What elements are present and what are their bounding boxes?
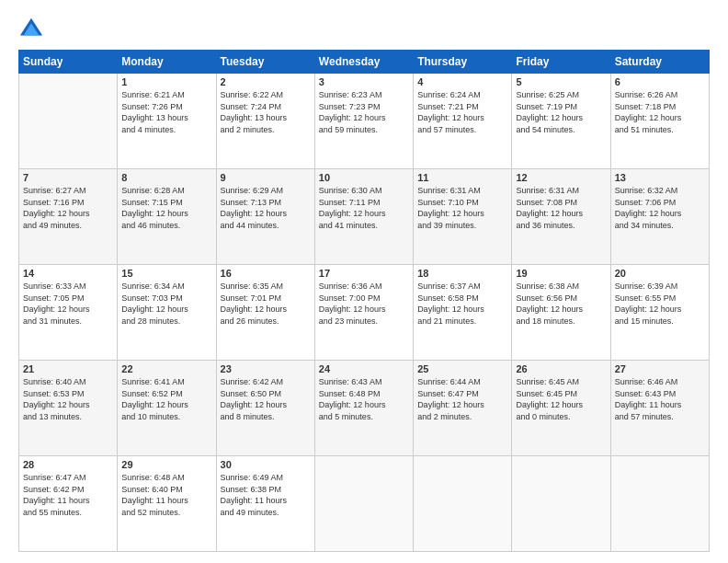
day-info: Sunrise: 6:30 AM Sunset: 7:11 PM Dayligh…: [319, 185, 409, 231]
day-number: 21: [23, 363, 113, 374]
day-info: Sunrise: 6:44 AM Sunset: 6:47 PM Dayligh…: [417, 376, 507, 422]
day-info: Sunrise: 6:37 AM Sunset: 6:58 PM Dayligh…: [417, 281, 507, 327]
day-info: Sunrise: 6:29 AM Sunset: 7:13 PM Dayligh…: [221, 185, 311, 231]
calendar-cell: 5Sunrise: 6:25 AM Sunset: 7:19 PM Daylig…: [512, 74, 610, 169]
day-number: 17: [319, 268, 409, 279]
day-number: 10: [319, 172, 409, 183]
calendar-cell: 15Sunrise: 6:34 AM Sunset: 7:03 PM Dayli…: [118, 265, 216, 361]
calendar-cell: 24Sunrise: 6:43 AM Sunset: 6:48 PM Dayli…: [314, 361, 413, 456]
day-number: 6: [615, 76, 705, 87]
day-number: 20: [615, 268, 705, 279]
week-row-5: 28Sunrise: 6:47 AM Sunset: 6:42 PM Dayli…: [19, 456, 710, 552]
calendar-cell: 7Sunrise: 6:27 AM Sunset: 7:16 PM Daylig…: [19, 169, 118, 265]
weekday-header-wednesday: Wednesday: [314, 51, 413, 74]
calendar-cell: [414, 456, 512, 552]
day-info: Sunrise: 6:39 AM Sunset: 6:55 PM Dayligh…: [615, 281, 705, 327]
day-number: 15: [121, 268, 211, 279]
calendar-cell: 9Sunrise: 6:29 AM Sunset: 7:13 PM Daylig…: [216, 169, 314, 265]
day-info: Sunrise: 6:26 AM Sunset: 7:18 PM Dayligh…: [615, 89, 705, 135]
day-info: Sunrise: 6:38 AM Sunset: 6:56 PM Dayligh…: [516, 281, 606, 327]
day-number: 28: [23, 459, 113, 470]
calendar-cell: 28Sunrise: 6:47 AM Sunset: 6:42 PM Dayli…: [19, 456, 118, 552]
weekday-header-saturday: Saturday: [610, 51, 709, 74]
logo: [18, 15, 48, 40]
day-info: Sunrise: 6:42 AM Sunset: 6:50 PM Dayligh…: [221, 376, 311, 422]
day-info: Sunrise: 6:47 AM Sunset: 6:42 PM Dayligh…: [23, 472, 113, 518]
day-number: 19: [516, 268, 606, 279]
day-number: 16: [221, 268, 311, 279]
calendar-cell: 11Sunrise: 6:31 AM Sunset: 7:10 PM Dayli…: [414, 169, 512, 265]
calendar-cell: 25Sunrise: 6:44 AM Sunset: 6:47 PM Dayli…: [414, 361, 512, 456]
calendar-cell: 6Sunrise: 6:26 AM Sunset: 7:18 PM Daylig…: [610, 74, 709, 169]
day-info: Sunrise: 6:24 AM Sunset: 7:21 PM Dayligh…: [417, 89, 507, 135]
calendar-cell: 30Sunrise: 6:49 AM Sunset: 6:38 PM Dayli…: [216, 456, 314, 552]
day-info: Sunrise: 6:48 AM Sunset: 6:40 PM Dayligh…: [121, 472, 211, 518]
day-info: Sunrise: 6:43 AM Sunset: 6:48 PM Dayligh…: [319, 376, 409, 422]
day-info: Sunrise: 6:31 AM Sunset: 7:10 PM Dayligh…: [417, 185, 507, 231]
calendar-cell: 18Sunrise: 6:37 AM Sunset: 6:58 PM Dayli…: [414, 265, 512, 361]
day-number: 30: [221, 459, 311, 470]
day-info: Sunrise: 6:21 AM Sunset: 7:26 PM Dayligh…: [121, 89, 211, 135]
day-info: Sunrise: 6:31 AM Sunset: 7:08 PM Dayligh…: [516, 185, 606, 231]
calendar-cell: [610, 456, 709, 552]
calendar-cell: 23Sunrise: 6:42 AM Sunset: 6:50 PM Dayli…: [216, 361, 314, 456]
day-number: 13: [615, 172, 705, 183]
day-info: Sunrise: 6:34 AM Sunset: 7:03 PM Dayligh…: [121, 281, 211, 327]
calendar-cell: 2Sunrise: 6:22 AM Sunset: 7:24 PM Daylig…: [216, 74, 314, 169]
day-info: Sunrise: 6:45 AM Sunset: 6:45 PM Dayligh…: [516, 376, 606, 422]
calendar-cell: 12Sunrise: 6:31 AM Sunset: 7:08 PM Dayli…: [512, 169, 610, 265]
week-row-3: 14Sunrise: 6:33 AM Sunset: 7:05 PM Dayli…: [19, 265, 710, 361]
day-info: Sunrise: 6:41 AM Sunset: 6:52 PM Dayligh…: [121, 376, 211, 422]
day-number: 9: [221, 172, 311, 183]
week-row-2: 7Sunrise: 6:27 AM Sunset: 7:16 PM Daylig…: [19, 169, 710, 265]
calendar-table: SundayMondayTuesdayWednesdayThursdayFrid…: [18, 50, 710, 552]
day-number: 1: [121, 76, 211, 87]
day-number: 26: [516, 363, 606, 374]
calendar-cell: 13Sunrise: 6:32 AM Sunset: 7:06 PM Dayli…: [610, 169, 709, 265]
day-info: Sunrise: 6:22 AM Sunset: 7:24 PM Dayligh…: [221, 89, 311, 135]
calendar-cell: 8Sunrise: 6:28 AM Sunset: 7:15 PM Daylig…: [118, 169, 216, 265]
page-header: [18, 15, 710, 40]
calendar-cell: 14Sunrise: 6:33 AM Sunset: 7:05 PM Dayli…: [19, 265, 118, 361]
weekday-header-sunday: Sunday: [19, 51, 118, 74]
calendar-cell: 4Sunrise: 6:24 AM Sunset: 7:21 PM Daylig…: [414, 74, 512, 169]
calendar-cell: [19, 74, 118, 169]
day-number: 24: [319, 363, 409, 374]
day-info: Sunrise: 6:36 AM Sunset: 7:00 PM Dayligh…: [319, 281, 409, 327]
day-number: 12: [516, 172, 606, 183]
day-number: 29: [121, 459, 211, 470]
day-info: Sunrise: 6:46 AM Sunset: 6:43 PM Dayligh…: [615, 376, 705, 422]
calendar-cell: 1Sunrise: 6:21 AM Sunset: 7:26 PM Daylig…: [118, 74, 216, 169]
calendar-cell: 21Sunrise: 6:40 AM Sunset: 6:53 PM Dayli…: [19, 361, 118, 456]
calendar-cell: 16Sunrise: 6:35 AM Sunset: 7:01 PM Dayli…: [216, 265, 314, 361]
calendar-cell: 29Sunrise: 6:48 AM Sunset: 6:40 PM Dayli…: [118, 456, 216, 552]
calendar-cell: 19Sunrise: 6:38 AM Sunset: 6:56 PM Dayli…: [512, 265, 610, 361]
weekday-header-thursday: Thursday: [414, 51, 512, 74]
day-number: 2: [221, 76, 311, 87]
calendar-cell: 3Sunrise: 6:23 AM Sunset: 7:23 PM Daylig…: [314, 74, 413, 169]
day-info: Sunrise: 6:25 AM Sunset: 7:19 PM Dayligh…: [516, 89, 606, 135]
day-number: 22: [121, 363, 211, 374]
day-number: 8: [121, 172, 211, 183]
day-number: 7: [23, 172, 113, 183]
day-number: 11: [417, 172, 507, 183]
calendar-cell: 26Sunrise: 6:45 AM Sunset: 6:45 PM Dayli…: [512, 361, 610, 456]
day-number: 27: [615, 363, 705, 374]
calendar-cell: [512, 456, 610, 552]
day-info: Sunrise: 6:33 AM Sunset: 7:05 PM Dayligh…: [23, 281, 113, 327]
day-number: 23: [221, 363, 311, 374]
calendar-cell: 17Sunrise: 6:36 AM Sunset: 7:00 PM Dayli…: [314, 265, 413, 361]
day-number: 14: [23, 268, 113, 279]
day-info: Sunrise: 6:23 AM Sunset: 7:23 PM Dayligh…: [319, 89, 409, 135]
calendar-cell: 27Sunrise: 6:46 AM Sunset: 6:43 PM Dayli…: [610, 361, 709, 456]
weekday-header-row: SundayMondayTuesdayWednesdayThursdayFrid…: [19, 51, 710, 74]
day-number: 4: [417, 76, 507, 87]
day-info: Sunrise: 6:32 AM Sunset: 7:06 PM Dayligh…: [615, 185, 705, 231]
day-info: Sunrise: 6:27 AM Sunset: 7:16 PM Dayligh…: [23, 185, 113, 231]
weekday-header-friday: Friday: [512, 51, 610, 74]
day-number: 5: [516, 76, 606, 87]
day-info: Sunrise: 6:28 AM Sunset: 7:15 PM Dayligh…: [121, 185, 211, 231]
day-number: 3: [319, 76, 409, 87]
day-info: Sunrise: 6:40 AM Sunset: 6:53 PM Dayligh…: [23, 376, 113, 422]
calendar-cell: 20Sunrise: 6:39 AM Sunset: 6:55 PM Dayli…: [610, 265, 709, 361]
